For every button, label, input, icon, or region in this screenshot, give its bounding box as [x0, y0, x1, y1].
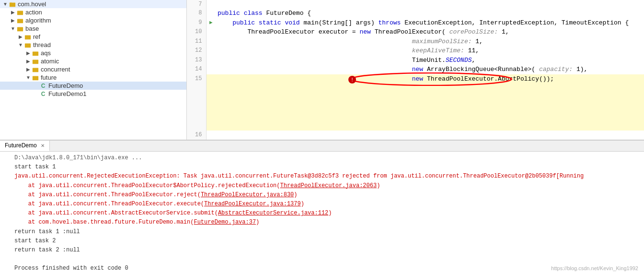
svg-rect-4: [17, 27, 23, 31]
line-number: 8: [187, 9, 206, 18]
tree-label-atomic: atomic: [41, 58, 59, 65]
svg-rect-8: [33, 60, 38, 64]
console-text-error: at com.hovel.base.thread.future.FutureDe…: [14, 218, 640, 227]
console-text-error: at java.util.concurrent.ThreadPoolExecut…: [14, 181, 640, 191]
console-text: start task 1: [14, 163, 640, 172]
line-arrow: [206, 131, 216, 139]
svg-rect-7: [33, 51, 38, 56]
console-text-error: at java.util.concurrent.ThreadPoolExecut…: [14, 191, 640, 200]
folder-icon-com-hovel: [9, 1, 16, 8]
console-tab-futuredemo[interactable]: FutureDemo ✕: [0, 141, 50, 151]
table-row: 12 keepAliveTime: 11,: [187, 46, 644, 56]
console-gutter: [4, 181, 12, 191]
console-text: [14, 255, 640, 264]
code-content: Future future1 = executor.submit(new Run…: [216, 139, 644, 140]
line-number: 7: [187, 0, 206, 9]
tree-item-atomic[interactable]: ▶ atomic: [0, 57, 186, 65]
table-row: 16: [187, 131, 644, 139]
svg-point-12: [348, 76, 356, 83]
line-number: 16: [187, 131, 206, 139]
tab-close-icon[interactable]: ✕: [41, 143, 45, 148]
tree-label-algorithm: algorithm: [25, 17, 51, 24]
console-tabs: FutureDemo ✕: [0, 141, 644, 152]
list-item: Process finished with exit code 0: [4, 264, 640, 273]
tree-item-com-hovel[interactable]: ▼ com.hovel: [0, 0, 186, 8]
arrow-aqs: ▶: [25, 50, 32, 56]
code-content: [216, 131, 644, 139]
watermark: https://blog.csdn.net/Kevin_King1992: [551, 265, 638, 271]
tree-item-concurrent[interactable]: ▶ concurrent: [0, 65, 186, 73]
tree-item-base[interactable]: ▼ base: [0, 24, 186, 33]
svg-rect-6: [25, 43, 31, 48]
console-text: return task 2 :null: [14, 246, 640, 255]
svg-rect-10: [33, 76, 38, 80]
line-number: 11: [187, 37, 206, 47]
folder-icon-ref: [24, 34, 32, 40]
file-tree[interactable]: ▼ com.hovel ▶ action ▶ algorithm ▼: [0, 0, 187, 140]
tree-label-aqs: aqs: [41, 49, 51, 57]
arrow-action: ▶: [10, 10, 16, 15]
tree-label-ref: ref: [33, 33, 40, 40]
arrow-concurrent: ▶: [25, 67, 32, 72]
folder-icon-base: [16, 25, 24, 32]
tree-item-action[interactable]: ▶ action: [0, 8, 186, 16]
console-gutter: [4, 227, 12, 237]
console-text-error: java.util.concurrent.RejectedExecutionEx…: [14, 172, 640, 181]
line-arrow: [206, 37, 216, 47]
folder-icon-action: [16, 9, 24, 16]
console-gutter: [4, 200, 12, 209]
tree-label-futuredemo: FutureDemo: [48, 82, 83, 89]
bottom-panel: FutureDemo ✕ D:\Java\jdk1.8.0_171\bin\ja…: [0, 140, 644, 274]
class-icon-futuredemo: C: [39, 83, 47, 89]
tree-item-futuredemo[interactable]: C FutureDemo: [0, 82, 186, 90]
console-gutter: [4, 237, 12, 246]
tree-item-futuredemo1[interactable]: C FutureDemo1: [0, 90, 186, 98]
svg-rect-2: [17, 11, 23, 15]
table-row: 10 ThreadPoolExecutor executor = new Thr…: [187, 27, 644, 37]
code-content: new ThreadPoolExecutor.AbortPolicy()); !: [216, 74, 644, 131]
svg-rect-5: [25, 35, 31, 39]
code-content: maximumPoolSize: 1,: [216, 37, 644, 47]
tree-item-algorithm[interactable]: ▶ algorithm: [0, 16, 186, 24]
console-text: return task 1 :null: [14, 227, 640, 237]
folder-icon-thread: [24, 42, 32, 48]
console-tab-label: FutureDemo: [5, 142, 37, 149]
console-text-error: at java.util.concurrent.ThreadPoolExecut…: [14, 200, 640, 209]
list-item: return task 2 :null: [4, 246, 640, 255]
line-arrow: [206, 65, 216, 74]
line-arrow: [206, 0, 216, 9]
console-gutter: [4, 264, 12, 273]
console-gutter: [4, 209, 12, 218]
svg-rect-1: [10, 2, 12, 4]
tree-label-base: base: [25, 25, 39, 32]
list-item: D:\Java\jdk1.8.0_171\bin\java.exe ...: [4, 154, 640, 163]
console-text: Process finished with exit code 0: [14, 264, 640, 273]
folder-icon-atomic: [32, 58, 39, 65]
tree-label-concurrent: concurrent: [41, 66, 70, 73]
tree-item-aqs[interactable]: ▶ aqs: [0, 49, 186, 57]
console-text: D:\Java\jdk1.8.0_171\bin\java.exe ...: [14, 154, 640, 163]
arrow-ref: ▶: [17, 34, 24, 39]
console-gutter: [4, 246, 12, 255]
svg-text:!: !: [351, 77, 353, 83]
table-row: 17 Future future1 = executor.submit(new …: [187, 139, 644, 140]
list-item: at java.util.concurrent.ThreadPoolExecut…: [4, 181, 640, 191]
arrow-com-hovel: ▼: [2, 1, 9, 7]
svg-rect-3: [17, 19, 23, 23]
line-arrow: [206, 56, 216, 65]
tree-item-future[interactable]: ▼ future: [0, 73, 186, 82]
console-gutter: [4, 191, 12, 200]
tree-label-future: future: [41, 74, 57, 81]
folder-icon-algorithm: [16, 17, 24, 24]
arrow-atomic: ▶: [25, 59, 32, 64]
line-number: 17: [187, 139, 206, 140]
line-arrow: [206, 74, 216, 131]
tree-item-thread[interactable]: ▼ thread: [0, 41, 186, 49]
svg-rect-9: [33, 68, 38, 72]
console-gutter: [4, 154, 12, 163]
code-table: 7 8 public class FutureDemo { 9 ▶ public…: [187, 0, 644, 140]
arrow-future: ▼: [25, 75, 32, 80]
line-arrow: ▶: [206, 18, 216, 28]
tree-item-ref[interactable]: ▶ ref: [0, 33, 186, 41]
code-editor[interactable]: 7 8 public class FutureDemo { 9 ▶ public…: [187, 0, 644, 140]
